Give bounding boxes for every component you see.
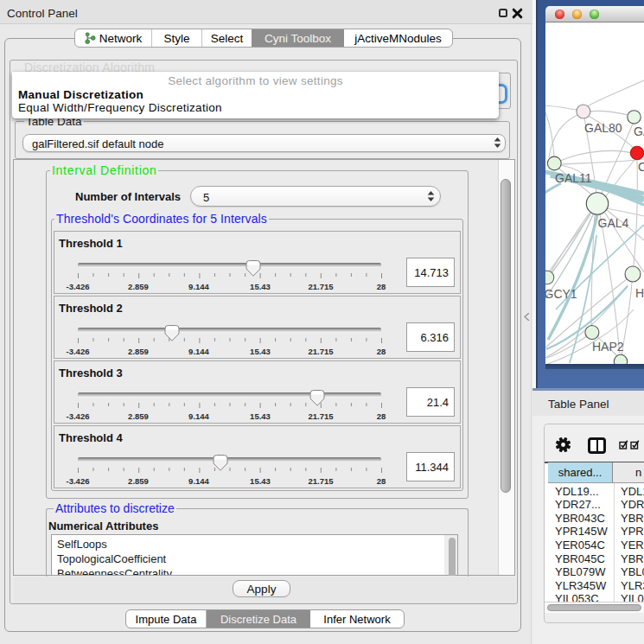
svg-text:GCY1: GCY1 — [545, 287, 577, 301]
svg-text:HAP2: HAP2 — [592, 340, 624, 354]
svg-text:C: C — [638, 160, 644, 174]
svg-text:GAL80: GAL80 — [584, 121, 622, 135]
svg-text:GAL4: GAL4 — [598, 216, 629, 230]
svg-text:GAL11: GAL11 — [555, 171, 592, 185]
svg-text:H: H — [635, 286, 644, 300]
svg-text:GA: GA — [634, 124, 644, 138]
